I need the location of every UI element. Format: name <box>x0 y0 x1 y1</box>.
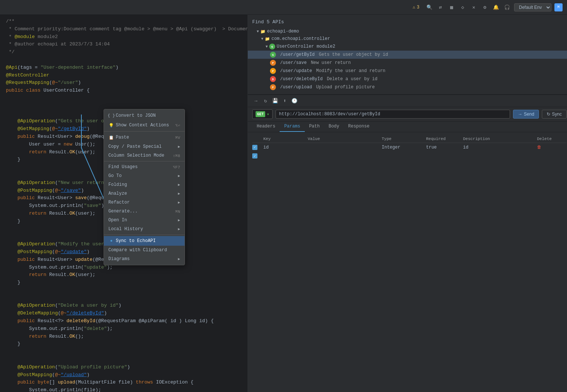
menu-item-open-in[interactable]: Open In ▶ <box>104 216 185 225</box>
endpoint-desc-upload: Upload profile picture <box>316 85 375 90</box>
menu-item-sync-to-echoapi[interactable]: ● Sync to EchoAPI <box>104 236 185 246</box>
badge-delete-byid: D <box>270 76 276 82</box>
endpoint-put-update[interactable]: P /user/update Modify the user and retur… <box>248 67 567 75</box>
endpoint-desc-update: Modify the user and return <box>316 68 385 74</box>
convert-icon: { } <box>108 113 114 119</box>
env-selector[interactable]: Default Env <box>514 3 551 11</box>
toolbar-settings-icon[interactable]: ⚙ <box>481 3 489 11</box>
menu-item-paste[interactable]: 📋 Paste ⌘V <box>104 133 185 142</box>
toolbar-replace-icon[interactable]: ⇄ <box>436 3 445 11</box>
endpoint-path-save: /user/save <box>277 60 309 65</box>
tab-body[interactable]: Body <box>324 122 344 132</box>
arrow-icon-refactor: ▶ <box>178 200 180 205</box>
menu-item-show-context-actions[interactable]: 💡 Show Context Actions ⌥⏎ <box>104 120 185 130</box>
chevron-project: ▼ <box>257 30 259 34</box>
col-header-delete: Delete <box>537 137 567 141</box>
method-select[interactable]: GET ▾ <box>252 109 273 119</box>
toolbar-close-icon[interactable]: ✕ <box>470 3 478 11</box>
menu-item-refactor[interactable]: Refactor ▶ <box>104 198 185 207</box>
tree-item-package[interactable]: ▼ 📁 com.echoapi.controller <box>248 35 567 42</box>
arrow-icon-open-in: ▶ <box>178 218 180 222</box>
context-actions-icon: 💡 <box>108 122 114 128</box>
main-layout: /** * Comment priority:Document comment … <box>0 15 567 392</box>
paste-icon: 📋 <box>108 134 114 140</box>
col-header-key: Key <box>263 137 308 141</box>
toolbar-search-icon[interactable]: 🔍 <box>425 3 433 11</box>
right-panel: Find 5 APIs ▼ 📁 echoapi-demo ▼ 📁 com.ech… <box>248 15 567 392</box>
top-toolbar: ⚠ 3 🔍 ⇄ ▦ ◇ ✕ ⚙ 🔔 🎧 Default Env M <box>0 0 567 15</box>
endpoint-path-update: /user/update <box>277 68 315 74</box>
param-type-id: Integer <box>382 145 426 150</box>
param-key-id[interactable]: id <box>263 145 308 150</box>
tab-response[interactable]: Response <box>344 122 374 132</box>
tree-item-controller[interactable]: ▼ G UserController module2 <box>248 42 567 51</box>
endpoint-desc-deletebyid: Delete a user by id <box>327 76 378 82</box>
folder-icon-project: 📁 <box>260 29 266 34</box>
checkbox-id: ✓ <box>252 145 257 150</box>
endpoint-get-by-id[interactable]: G /user/getById Gets the user object by … <box>248 51 567 59</box>
send-button[interactable]: → Send <box>513 110 539 119</box>
param-checkbox-empty[interactable]: ✓ <box>252 153 263 158</box>
arrow-icon-diagrams: ▶ <box>178 257 180 261</box>
menu-item-find-usages[interactable]: Find Usages ⌥F7 <box>104 163 185 171</box>
http-tool-refresh[interactable]: ↻ <box>262 97 269 105</box>
endpoint-post-save[interactable]: P /user/save New user return <box>248 59 567 67</box>
http-panel: → ↻ 💾 ⬆ 🕐 GET ▾ → Send ↻ Sync <box>248 95 567 392</box>
menu-item-diagrams[interactable]: Diagrams ▶ <box>104 255 185 263</box>
http-tool-history[interactable]: 🕐 <box>291 97 298 105</box>
toolbar-headphones-icon[interactable]: 🎧 <box>503 3 511 11</box>
menu-separator-3 <box>104 235 185 235</box>
params-header: Key Value Type Required Description Dele… <box>252 135 567 143</box>
controller-badge: G <box>269 44 275 50</box>
menu-separator-1 <box>104 131 185 132</box>
arrow-icon-analyze: ▶ <box>178 191 180 196</box>
toolbar-grid-icon[interactable]: ▦ <box>448 3 456 11</box>
menu-item-compare-with-clipboard[interactable]: Compare with Clipboard <box>104 246 185 255</box>
sync-icon: ↻ <box>547 112 550 117</box>
arrow-icon-copy-paste: ▶ <box>178 144 180 149</box>
context-menu: { } Convert to JSON 💡 Show Context Actio… <box>104 109 185 265</box>
method-badge: GET <box>256 111 265 117</box>
endpoint-delete-byid[interactable]: D /user/deleteById Delete a user by id <box>248 75 567 83</box>
http-tool-send[interactable]: → <box>252 97 260 105</box>
arrow-icon-go-to: ▶ <box>178 174 180 178</box>
param-required-id: true <box>426 145 463 150</box>
tree-item-project[interactable]: ▼ 📁 echoapi-demo <box>248 28 567 35</box>
arrow-icon-local-history: ▶ <box>178 227 180 231</box>
param-checkbox-id[interactable]: ✓ <box>252 145 263 150</box>
url-bar: GET ▾ → Send ↻ Sync <box>248 107 567 122</box>
endpoint-post-upload[interactable]: P /user/upload Upload profile picture <box>248 83 567 91</box>
tab-path[interactable]: Path <box>305 122 324 132</box>
send-icon: → <box>518 112 522 117</box>
menu-item-analyze[interactable]: Analyze ▶ <box>104 189 185 198</box>
col-header-checkbox <box>252 137 263 141</box>
menu-item-go-to[interactable]: Go To ▶ <box>104 171 185 180</box>
col-header-required: Required <box>426 137 463 141</box>
badge-put-update: P <box>270 68 276 74</box>
editor-area[interactable]: /** * Comment priority:Document comment … <box>0 15 248 392</box>
folder-icon-package: 📁 <box>265 37 270 41</box>
url-input[interactable] <box>276 110 510 119</box>
http-tool-save[interactable]: 💾 <box>271 97 279 105</box>
endpoint-path-upload: /user/upload <box>277 85 315 90</box>
tab-headers[interactable]: Headers <box>252 122 280 132</box>
controller-label: UserController module2 <box>277 44 335 49</box>
http-tool-export[interactable]: ⬆ <box>281 97 288 105</box>
menu-item-convert-to-json[interactable]: { } Convert to JSON <box>104 111 185 120</box>
menu-item-generate[interactable]: Generate... ⌘N <box>104 207 185 216</box>
sync-button[interactable]: ↻ Sync <box>542 110 567 119</box>
menu-item-local-history[interactable]: Local History ▶ <box>104 225 185 234</box>
menu-item-column-selection[interactable]: Column Selection Mode ⇧⌘8 <box>104 151 185 160</box>
chevron-controller: ▼ <box>266 45 268 49</box>
api-finder-title: Find 5 APIs <box>248 18 567 28</box>
menu-item-folding[interactable]: Folding ▶ <box>104 180 185 189</box>
param-delete-id[interactable]: 🗑 <box>537 144 567 150</box>
menu-item-copy-paste-special[interactable]: Copy / Paste Special ▶ <box>104 142 185 151</box>
tab-params[interactable]: Params <box>280 122 304 132</box>
right-panel-icon[interactable]: M <box>554 3 563 11</box>
toolbar-bell-icon[interactable]: 🔔 <box>492 3 500 11</box>
checkbox-empty: ✓ <box>252 153 257 158</box>
badge-post-save: P <box>270 60 276 66</box>
toolbar-diamond-icon[interactable]: ◇ <box>459 3 467 11</box>
menu-separator-2 <box>104 161 185 161</box>
